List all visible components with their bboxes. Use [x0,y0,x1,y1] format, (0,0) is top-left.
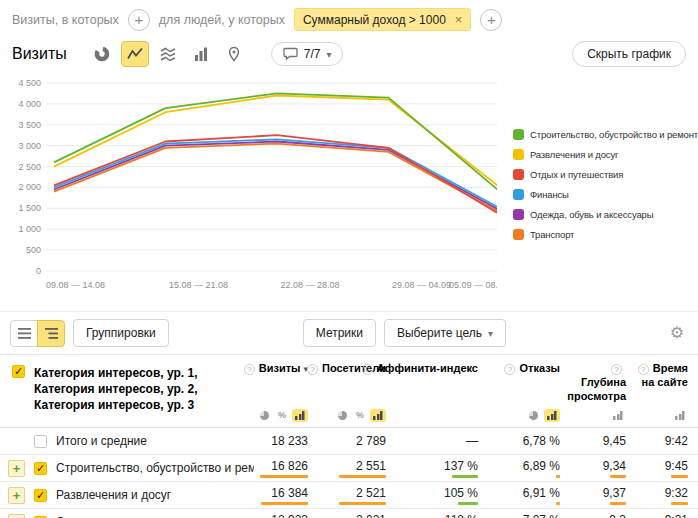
metric-value-cell: 2 021 [318,513,396,518]
bars-toggle-icon[interactable] [370,409,386,422]
bars-toggle-icon[interactable] [544,409,560,422]
metric-value: 2 789 [356,434,386,448]
bars-glyph [295,411,305,420]
column-header[interactable]: Отказы [488,362,570,422]
bars-toggle-icon[interactable] [672,409,688,422]
metric-value-cell: 12 923 [254,513,318,518]
view-list-button[interactable] [10,320,38,347]
chart-area: 05001 0001 5002 0002 5003 0003 5004 0004… [0,69,698,305]
hide-chart-button[interactable]: Скрыть график [572,41,686,67]
metric-display-toggles [335,409,386,422]
people-condition-label: для людей, у которых [159,13,285,27]
stacked-lines-icon [160,46,176,62]
bars-toggle-icon[interactable] [610,409,626,422]
legend-item[interactable]: Строительство, обустройство и ремонт [513,129,698,140]
expand-slot [8,487,25,504]
chart-toolbar: Визиты 7/7 Скрыть график [0,37,698,69]
stacked-chart-type-button[interactable] [154,41,182,67]
pie-toggle-icon[interactable] [335,409,350,422]
metric-display-toggles [672,409,688,422]
help-icon [244,364,255,375]
legend-marker-icon [513,169,524,180]
expand-row-button[interactable] [8,460,25,477]
percent-toggle-icon[interactable] [275,409,289,422]
metric-mini-bar [556,502,560,505]
metric-mini-bar [671,502,688,505]
legend-label: Отдых и путешествия [530,169,623,180]
add-people-condition-button[interactable] [480,9,502,31]
line-chart-type-button[interactable] [121,41,149,67]
row-checkbox[interactable] [34,435,47,448]
metric-value: 137 % [444,459,478,473]
metric-value-cell: 9,45 [570,434,636,448]
pie-glyph [338,411,347,420]
metric-value: 6,89 % [523,459,560,473]
map-chart-type-button[interactable] [220,41,248,67]
metric-value-cell: 16 826 [254,459,318,478]
metric-value: 18 233 [271,434,308,448]
legend-item[interactable]: Одежда, обувь и аксессуары [513,209,698,220]
legend-item[interactable]: Отдых и путешествия [513,169,698,180]
expand-slot [8,460,25,477]
metric-value-cell: 9:45 [636,459,698,478]
legend-item[interactable]: Транспорт [513,229,698,240]
column-header-label: Визиты [244,362,308,376]
help-icon [638,364,649,375]
settings-gear-icon[interactable] [670,325,684,341]
table-row: Развлечения и досуг16 3842 521105 %6,91 … [0,482,698,509]
section-title: Визиты [12,45,67,63]
row-label-cell: Развлечения и досуг [0,487,254,504]
groupings-button[interactable]: Группировки [73,319,169,347]
metric-value: 9,37 [603,486,626,500]
percent-toggle-icon[interactable] [353,409,367,422]
help-icon [611,364,622,375]
svg-text:2 500: 2 500 [18,162,41,172]
select-all-checkbox[interactable] [12,365,25,378]
svg-text:500: 500 [26,245,41,255]
table-controls: Группировки Метрики Выберите цель [0,311,698,354]
svg-text:4 000: 4 000 [18,99,41,109]
pie-toggle-icon[interactable] [257,409,272,422]
row-label[interactable]: Строительство, обустройство и ремонт [56,461,254,475]
dimension-header-cell: Категория интересов, ур. 1, Категория ин… [0,362,254,422]
legend-label: Финансы [530,189,569,200]
view-tree-button[interactable] [37,320,65,347]
remove-segment-icon[interactable] [455,12,463,27]
comments-dropdown-button[interactable]: 7/7 [271,42,344,66]
map-pin-icon [226,46,242,62]
bars-toggle-icon[interactable] [292,409,308,422]
metric-value-cell: 9:42 [636,434,698,448]
legend-item[interactable]: Развлечения и досуг [513,149,698,160]
expand-row-button[interactable] [8,514,25,518]
svg-text:2 000: 2 000 [18,182,41,192]
bar-chart-icon [193,46,209,62]
chart-legend: Строительство, обустройство и ремонтРазв… [513,129,698,305]
svg-text:3 000: 3 000 [18,141,41,151]
bar-chart-type-button[interactable] [187,41,215,67]
goal-selector-button[interactable]: Выберите цель [384,319,506,347]
column-header[interactable]: Аффинити-индекс [396,362,488,422]
metric-mini-bar [671,475,688,478]
percent-glyph [356,411,364,420]
metric-value-cell: 2 521 [318,486,396,505]
column-header[interactable]: Время на сайте [636,362,698,422]
row-checkbox[interactable] [34,489,47,502]
metric-mini-bar [261,502,308,505]
legend-item[interactable]: Финансы [513,189,698,200]
row-label[interactable]: Развлечения и досуг [56,488,171,502]
add-visits-condition-button[interactable] [128,9,150,31]
column-header[interactable]: Глубина просмотра [570,362,636,422]
pie-chart-type-button[interactable] [88,41,116,67]
legend-marker-icon [513,189,524,200]
help-icon [362,364,373,375]
metrics-button[interactable]: Метрики [303,319,376,347]
segment-tag[interactable]: Суммарный доход > 1000 [294,8,471,31]
row-checkbox[interactable] [34,462,47,475]
metric-value: 2 521 [356,486,386,500]
expand-row-button[interactable] [8,487,25,504]
pie-toggle-icon[interactable] [526,409,541,422]
comments-count: 7/7 [304,47,321,61]
metric-value-cell: 2 789 [318,434,396,448]
metric-value-cell: 9,37 [570,486,636,505]
metric-value-cell: 6,78 % [488,434,570,448]
